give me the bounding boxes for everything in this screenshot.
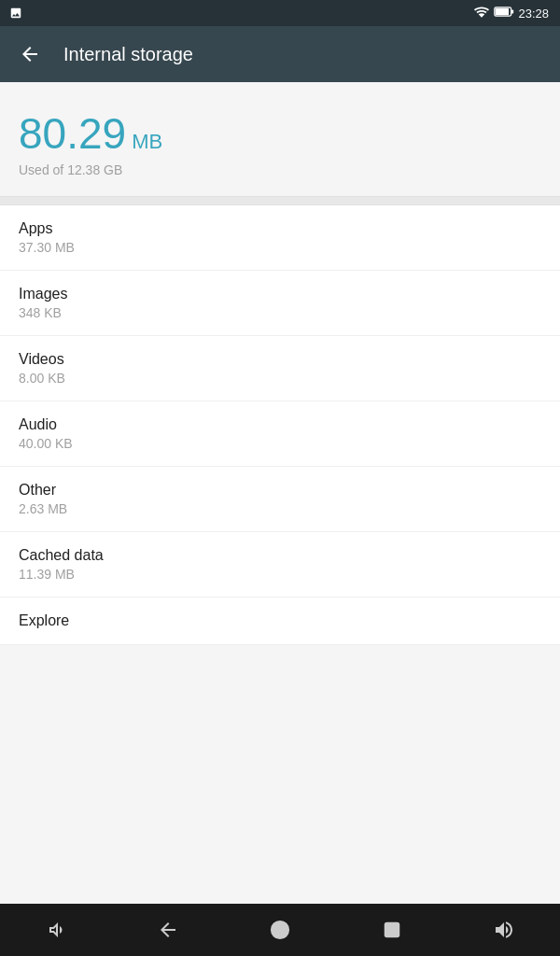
svg-rect-1 — [511, 9, 513, 13]
storage-amount: 80.29 MB — [19, 108, 541, 159]
svg-rect-2 — [496, 8, 509, 16]
status-icons: 23:28 — [473, 5, 549, 21]
toolbar-title: Internal storage — [63, 44, 193, 65]
notification-icon — [9, 7, 22, 23]
nav-home-button[interactable] — [252, 904, 308, 956]
list-item[interactable]: Images348 KB — [0, 271, 560, 336]
list-item[interactable]: Explore — [0, 598, 560, 645]
list-item[interactable]: Cached data11.39 MB — [0, 532, 560, 598]
svg-point-3 — [272, 921, 288, 938]
list-item-subtitle: 11.39 MB — [19, 567, 541, 582]
status-time: 23:28 — [518, 7, 549, 21]
nav-bar — [0, 904, 560, 956]
list-item-subtitle: 37.30 MB — [19, 240, 541, 255]
list-item-title: Explore — [19, 612, 541, 629]
section-divider — [0, 197, 560, 204]
nav-recents-button[interactable] — [364, 904, 420, 956]
list-item[interactable]: Other2.63 MB — [0, 467, 560, 532]
storage-unit: MB — [132, 130, 162, 154]
volume-down-button[interactable] — [28, 904, 84, 956]
volume-up-button[interactable] — [476, 904, 532, 956]
storage-used: Used of 12.38 GB — [19, 162, 541, 177]
nav-back-button[interactable] — [140, 904, 196, 956]
storage-number: 80.29 — [19, 108, 126, 159]
list-item-title: Videos — [19, 351, 541, 368]
storage-summary: 80.29 MB Used of 12.38 GB — [0, 82, 560, 196]
list-item-title: Audio — [19, 416, 541, 433]
list-item[interactable]: Apps37.30 MB — [0, 205, 560, 271]
list-item-title: Images — [19, 286, 541, 302]
list-item-subtitle: 40.00 KB — [19, 436, 541, 451]
list-item-title: Cached data — [19, 547, 541, 564]
list-item-subtitle: 8.00 KB — [19, 371, 541, 386]
wifi-icon — [473, 5, 490, 21]
storage-list: Apps37.30 MBImages348 KBVideos8.00 KBAud… — [0, 205, 560, 645]
list-item-subtitle: 348 KB — [19, 305, 541, 320]
battery-icon — [494, 5, 514, 21]
back-button[interactable] — [15, 39, 45, 69]
list-item[interactable]: Videos8.00 KB — [0, 336, 560, 401]
list-item-title: Other — [19, 482, 541, 499]
list-item-title: Apps — [19, 220, 541, 237]
list-item-subtitle: 2.63 MB — [19, 501, 541, 516]
list-item[interactable]: Audio40.00 KB — [0, 401, 560, 467]
svg-rect-4 — [385, 923, 399, 937]
status-bar: 23:28 — [0, 0, 560, 26]
toolbar: Internal storage — [0, 26, 560, 82]
main-content: 80.29 MB Used of 12.38 GB Apps37.30 MBIm… — [0, 82, 560, 904]
